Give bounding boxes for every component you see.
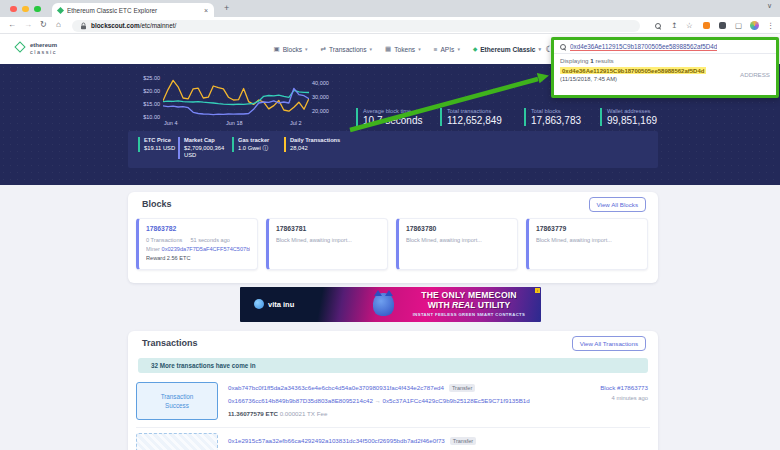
tx-type-chip: Transfer bbox=[450, 437, 476, 445]
banner-headline2: WITH REAL UTILITY bbox=[403, 300, 535, 310]
metamask-extension-icon[interactable] bbox=[703, 22, 710, 29]
stat-etc-price: ETC Price $19.11 USD bbox=[138, 137, 175, 152]
block-number-link[interactable]: 17863782 bbox=[146, 225, 250, 232]
tab-title: Ethereum Classic ETC Explorer bbox=[67, 7, 200, 14]
arrow-right-icon: → bbox=[375, 397, 381, 404]
transaction-row: 0x1e2915c57aa32efb66ca4292492a103831dc34… bbox=[128, 429, 658, 450]
block-card[interactable]: 17863781 Block Mined, awaiting import... bbox=[266, 218, 388, 270]
nav-network-selector[interactable]: ◆ Ethereum Classic ▾ bbox=[473, 46, 541, 53]
nav-blocks[interactable]: ▣ Blocks ▾ bbox=[274, 45, 308, 53]
new-tab-button[interactable]: + bbox=[224, 3, 229, 13]
blocks-icon: ▣ bbox=[274, 45, 280, 53]
stat-gas-tracker: Gas tracker 1.0 Gwei ⓘ bbox=[232, 137, 269, 152]
nav-apis[interactable]: ≡ APIs ▾ bbox=[434, 46, 460, 53]
side-panel-icon[interactable]: ▢ bbox=[735, 21, 742, 30]
ethereum-classic-logo-icon[interactable] bbox=[14, 41, 25, 52]
stat-market-cap: Market Cap $2,709,000,364 USD bbox=[178, 137, 226, 159]
tx-block-link[interactable]: Block #17863773 bbox=[600, 384, 648, 391]
view-all-transactions-button[interactable]: View All Transactions bbox=[572, 336, 646, 351]
site-favicon-icon bbox=[57, 6, 64, 13]
transaction-row: Transaction Success 0xab747bc0f1ff5da2a3… bbox=[128, 378, 658, 424]
results-count-text: Displaying 1 results bbox=[560, 57, 770, 64]
block-card[interactable]: 17863780 Block Mined, awaiting import... bbox=[396, 218, 518, 270]
result-address-highlight[interactable]: 0xd4e36Ae112915C9b18700505ee58988562af5D… bbox=[560, 67, 706, 74]
profile-avatar[interactable] bbox=[750, 21, 759, 30]
tx-hash-link[interactable]: 0xab747bc0f1ff5da2a34363c6e4e6cbc4d54a0e… bbox=[228, 384, 444, 391]
tx-to-link[interactable]: 0x5c37A1FCc4429cC9b9b25128Ec5E9C71f9135B… bbox=[383, 397, 530, 404]
chevron-down-icon: ▾ bbox=[538, 46, 541, 52]
stat-wallet-addresses: Wallet addresses 99,851,169 bbox=[600, 108, 657, 126]
tx-age: 4 minutes ago bbox=[600, 395, 648, 401]
search-tabs-icon[interactable] bbox=[655, 22, 661, 31]
row-divider bbox=[136, 427, 650, 428]
chevron-down-icon: ▾ bbox=[418, 46, 421, 52]
tx-status-badge: Transaction Success bbox=[136, 382, 218, 420]
tx-amount: 11.36077579 ETC bbox=[228, 410, 278, 417]
chart-xtick: Jun 18 bbox=[226, 120, 243, 126]
banner-tagline: INSTANT FEELESS GREEN SMART CONTRACTS bbox=[403, 312, 535, 317]
chart-xtick: Jul 2 bbox=[290, 120, 302, 126]
tx-from-link[interactable]: 0x166736cc614b849b9b87D35d803a8E8095214c… bbox=[228, 397, 373, 404]
tx-fee: 0.000021 TX Fee bbox=[280, 410, 328, 417]
lock-icon bbox=[80, 22, 87, 30]
info-icon[interactable]: ⓘ bbox=[263, 145, 269, 151]
chevron-down-icon: ▾ bbox=[457, 46, 460, 52]
search-result-item[interactable]: 0xd4e36Ae112915C9b18700505ee58988562af5D… bbox=[560, 67, 770, 82]
view-all-blocks-button[interactable]: View All Blocks bbox=[589, 197, 647, 212]
blocks-section: Blocks View All Blocks 17863782 0 Transa… bbox=[128, 192, 658, 283]
tx-status-badge-pending bbox=[136, 433, 218, 450]
transactions-section: Transactions View All Transactions 32 Mo… bbox=[128, 331, 658, 450]
bookmark-star-icon[interactable]: ☆ bbox=[686, 21, 693, 30]
site-logo[interactable]: ethereum classic bbox=[30, 42, 57, 56]
url-text: blockscout.com/etc/mainnet/ bbox=[91, 22, 176, 29]
etc-diamond-icon: ◆ bbox=[473, 46, 477, 52]
browser-window: Ethereum Classic ETC Explorer × + ∨ ← → … bbox=[0, 0, 780, 450]
chart-ytick: $25.00 bbox=[133, 75, 160, 81]
stat-total-transactions: Total transactions 112,652,849 bbox=[440, 108, 502, 126]
main-nav: ▣ Blocks ▾ ⇄ Transactions ▾ ▦ Tokens ▾ ≡… bbox=[274, 34, 542, 64]
share-icon[interactable]: ↥ bbox=[671, 21, 677, 30]
forward-button[interactable]: → bbox=[24, 20, 32, 29]
block-reward: Reward 2.56 ETC bbox=[146, 255, 250, 261]
block-status: Block Mined, awaiting import... bbox=[536, 237, 640, 243]
reload-button[interactable]: ↻ bbox=[40, 20, 47, 29]
block-card[interactable]: 17863782 0 Transactions51 seconds ago Mi… bbox=[136, 218, 258, 270]
block-number: 17863779 bbox=[536, 225, 640, 232]
chart-ytick: $15.00 bbox=[133, 101, 160, 107]
chart-ytick: $20.00 bbox=[133, 88, 160, 94]
chart-ytick: 40,000 bbox=[312, 80, 329, 86]
tx-hash-link[interactable]: 0x1e2915c57aa32efb66ca4292492a103831dc34… bbox=[228, 437, 445, 444]
transactions-icon: ⇄ bbox=[321, 45, 326, 53]
block-card[interactable]: 17863779 Block Mined, awaiting import... bbox=[526, 218, 648, 270]
tab-close-icon[interactable]: × bbox=[204, 7, 208, 14]
vita-inu-logo: vita inu bbox=[254, 299, 294, 309]
close-window-button[interactable] bbox=[10, 6, 17, 13]
chart-xtick: Jun 4 bbox=[164, 120, 177, 126]
minimize-window-button[interactable] bbox=[22, 6, 29, 13]
home-button[interactable]: ⌂ bbox=[56, 20, 61, 29]
new-transactions-notice[interactable]: 32 More transactions have come in bbox=[138, 358, 648, 373]
tx-type-chip: Transfer bbox=[449, 384, 475, 392]
nav-tokens[interactable]: ▦ Tokens ▾ bbox=[385, 45, 421, 53]
banner-headline: THE ONLY MEMECOIN bbox=[403, 290, 535, 300]
window-chevron-icon[interactable]: ∨ bbox=[767, 2, 772, 10]
search-icon bbox=[560, 44, 566, 50]
back-button[interactable]: ← bbox=[8, 20, 16, 29]
block-status: Block Mined, awaiting import... bbox=[276, 237, 380, 243]
result-type-label: ADDRESS bbox=[736, 71, 770, 78]
search-input[interactable]: 0xd4e36Ae112915C9b18700505ee58988562af5D… bbox=[554, 40, 776, 54]
zoom-window-button[interactable] bbox=[34, 6, 41, 13]
ad-banner[interactable]: vita inu THE ONLY MEMECOIN WITH REAL UTI… bbox=[240, 287, 541, 322]
miner-address-link[interactable]: 0x0239da7F7D5aF4CFF574C507bb... bbox=[162, 246, 250, 252]
ad-choices-icon[interactable]: i bbox=[535, 288, 540, 293]
address-bar[interactable]: blockscout.com/etc/mainnet/ bbox=[72, 20, 640, 32]
extension-icon[interactable] bbox=[719, 22, 726, 29]
price-stats-band: ETC Price $19.11 USD Market Cap $2,709,0… bbox=[128, 131, 658, 168]
tokens-icon: ▦ bbox=[385, 45, 391, 53]
nav-transactions[interactable]: ⇄ Transactions ▾ bbox=[321, 45, 372, 53]
apis-icon: ≡ bbox=[434, 46, 438, 53]
url-bar: ← → ↻ ⌂ blockscout.com/etc/mainnet/ ↥ ☆ … bbox=[0, 17, 780, 34]
chevron-down-icon: ▾ bbox=[305, 46, 308, 52]
browser-tab[interactable]: Ethereum Classic ETC Explorer × bbox=[52, 3, 214, 17]
browser-menu-icon[interactable]: ⋮ bbox=[767, 21, 775, 30]
